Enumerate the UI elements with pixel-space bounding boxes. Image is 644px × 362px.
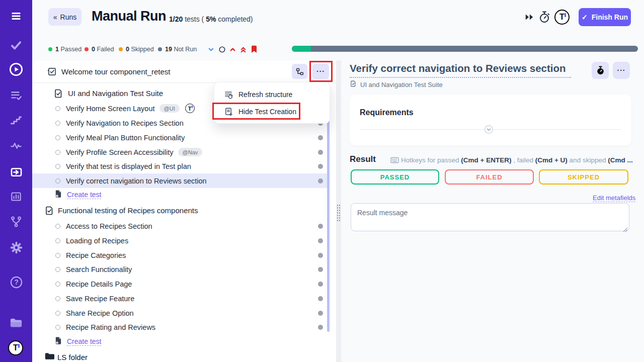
org-logo[interactable]: T (554, 10, 570, 25)
resize-grip-icon (337, 204, 341, 221)
refresh-structure-icon (224, 90, 233, 100)
page-title: Manual Run (92, 9, 166, 24)
create-test-link[interactable]: Create test (67, 337, 101, 346)
app-root: ? T « Runs Manual Run 1/20 tests ( 5% co… (0, 0, 644, 362)
create-test-row: Create test (32, 335, 330, 347)
create-test-row: Create test (32, 189, 330, 201)
file-plus-icon (54, 190, 62, 200)
requirements-card: Requirements (350, 95, 631, 146)
hide-test-creation-icon (224, 107, 233, 117)
steps-icon[interactable] (9, 114, 23, 128)
run-checklist-icon (47, 67, 57, 78)
not-run-dot-icon (318, 267, 323, 272)
testomat-logo[interactable]: T (8, 340, 23, 355)
skipped-dot-icon (119, 47, 123, 51)
not-run-dot-icon (318, 178, 323, 184)
not-run-dot-icon (318, 150, 323, 155)
detail-more-button[interactable]: ··· (613, 62, 630, 79)
test-status-circle-icon (55, 121, 60, 126)
fast-forward-icon[interactable] (525, 13, 534, 23)
failed-button[interactable]: FAILED (445, 169, 534, 185)
not-run-dot-icon (318, 253, 323, 258)
test-row[interactable]: Loading of Recipes (32, 233, 330, 248)
test-label: Access to Recipes Section (66, 222, 152, 230)
tree-more-button[interactable]: ··· (312, 64, 329, 79)
tag-badge: @Nav (178, 148, 203, 156)
checklist-icon[interactable] (9, 88, 23, 103)
tree-structure-button[interactable] (292, 64, 307, 79)
test-row[interactable]: Share Recipe Option (32, 306, 330, 320)
not-run-dot-icon (318, 311, 323, 316)
suite-name: UI and Navigation Test Suite (68, 89, 163, 98)
test-label: Save Recipe Feature (66, 295, 134, 303)
edit-metafields-link[interactable]: Edit metafields (593, 194, 635, 202)
test-row[interactable]: Verify Meal Plan Button Functionality (32, 130, 330, 145)
test-row[interactable]: Save Recipe Feature (32, 291, 330, 306)
test-label: Recipe Details Page (66, 280, 132, 288)
projects-folder-icon[interactable] (9, 316, 23, 330)
hotkeys-hint: Hotkeys for passed (Cmd + ENTER) , faile… (390, 156, 637, 164)
help-icon[interactable]: ? (9, 275, 23, 289)
test-row[interactable]: Recipe Rating and Reviews (32, 320, 330, 334)
test-label: Verify Meal Plan Button Functionality (66, 134, 185, 142)
doc-icon (350, 80, 357, 89)
test-row[interactable]: Search Functionality (32, 262, 330, 277)
branch-icon[interactable] (9, 215, 23, 229)
passed-button[interactable]: PASSED (351, 169, 439, 185)
bookmark-icon[interactable] (250, 45, 259, 54)
folder-row[interactable]: LS folder (32, 351, 330, 362)
test-row[interactable]: Access to Recipes Section (32, 219, 330, 233)
settings-gear-icon[interactable] (9, 240, 23, 254)
svg-text:?: ? (14, 278, 19, 286)
test-status-circle-icon (55, 325, 60, 330)
expand-toggle-icon[interactable] (484, 125, 494, 136)
test-label: Search Functionality (66, 265, 132, 274)
test-status-circle-icon (55, 296, 60, 301)
test-row[interactable]: Recipe Categories (32, 248, 330, 262)
not-run-dot-icon (318, 325, 323, 330)
priority-low-icon[interactable] (206, 45, 215, 54)
menu-item-hide-test-creation[interactable]: Hide Test Creation (214, 103, 330, 120)
suite-row[interactable]: Functional testing of Recipes components (32, 204, 330, 217)
test-label: Verify Home Screen Layout (66, 105, 155, 113)
priority-high-icon[interactable] (228, 45, 237, 54)
timer-icon[interactable] (538, 11, 550, 26)
sidebar: ? T (0, 0, 32, 362)
test-row-selected[interactable]: Verify correct navigation to Reviews sec… (32, 173, 330, 188)
panel-resize-gutter[interactable] (336, 60, 341, 362)
report-icon[interactable] (9, 190, 23, 204)
test-label: Verify Navigation to Recipes Section (66, 119, 184, 127)
import-icon[interactable] (9, 165, 23, 179)
notrun-stat: 19 Not Run (158, 45, 197, 53)
notrun-dot-icon (158, 47, 162, 51)
folder-label: LS folder (57, 353, 88, 361)
menu-item-refresh-structure[interactable]: Refresh structure (214, 86, 330, 103)
menu-icon[interactable] (9, 9, 23, 23)
check-icon[interactable] (9, 38, 23, 52)
skipped-stat: 0 Skipped (119, 45, 154, 53)
finish-run-button[interactable]: ✓ Finish Run (579, 8, 631, 26)
not-run-dot-icon (318, 296, 323, 301)
test-row[interactable]: Recipe Details Page (32, 277, 330, 291)
test-row[interactable]: Verify that test is displayed in Test pl… (32, 159, 330, 173)
test-detail-title[interactable]: Verify correct navigation to Reviews sec… (350, 62, 571, 78)
detail-timer-button[interactable] (592, 62, 609, 79)
result-message-input[interactable] (351, 203, 629, 231)
priority-urgent-icon[interactable] (238, 45, 248, 54)
check-icon: ✓ (582, 13, 588, 21)
test-status-circle-icon (55, 164, 60, 169)
run-play-icon[interactable] (9, 62, 23, 76)
priority-normal-icon[interactable] (217, 45, 226, 54)
activity-icon[interactable] (9, 139, 23, 153)
test-row[interactable]: Verify Profile Screen Accessibility @Nav (32, 145, 330, 159)
back-to-runs-button[interactable]: « Runs (48, 8, 82, 26)
test-label: Loading of Recipes (66, 237, 128, 245)
suite-doc-check-icon (44, 206, 54, 216)
not-run-dot-icon (318, 164, 323, 169)
create-test-link[interactable]: Create test (67, 191, 101, 199)
test-status-circle-icon (55, 150, 60, 155)
requirements-title: Requirements (360, 108, 414, 117)
tag-badge: @UI (159, 104, 180, 113)
skipped-button[interactable]: SKIPPED (539, 169, 628, 185)
back-label: Runs (60, 13, 77, 21)
